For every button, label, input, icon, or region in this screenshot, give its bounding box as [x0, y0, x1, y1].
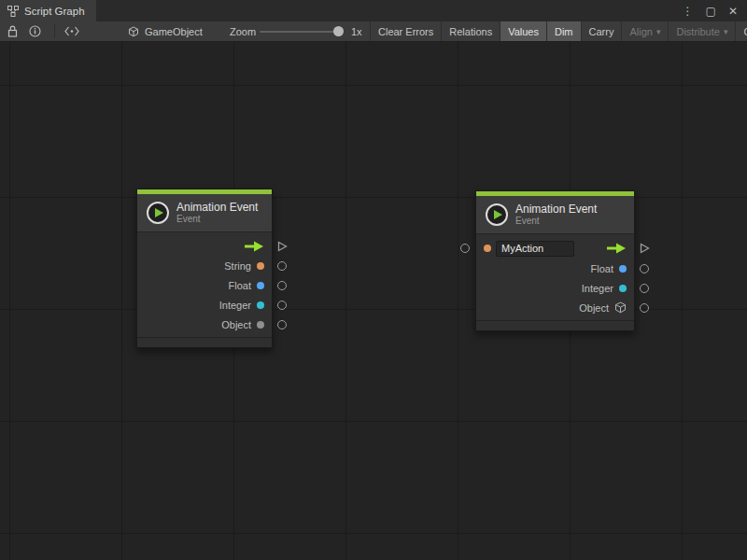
- node-body: String Float Integer Object: [137, 232, 272, 337]
- node-animation-event-2[interactable]: Animation Event Event: [475, 190, 635, 331]
- string-type-dot: [257, 262, 264, 270]
- node-footer: [137, 337, 272, 347]
- object-output-port[interactable]: [640, 303, 649, 313]
- info-icon[interactable]: [26, 21, 43, 41]
- values-button[interactable]: Values: [500, 21, 546, 41]
- tab-title: Script Graph: [24, 6, 85, 17]
- menu-icon[interactable]: ⋮: [683, 6, 694, 17]
- output-label: Object: [221, 319, 251, 330]
- node-header[interactable]: Animation Event Event: [137, 194, 272, 232]
- float-type-dot: [619, 265, 627, 273]
- flow-output-row: [137, 236, 272, 256]
- node-title: Animation Event: [515, 203, 597, 216]
- gameobject-icon: [127, 21, 140, 41]
- chevron-down-icon: ▾: [656, 27, 661, 36]
- toolbar-separator: [54, 24, 55, 38]
- graph-toolbar: GameObject Zoom 1x Clear Errors Relation…: [0, 21, 747, 42]
- zoom-slider[interactable]: [260, 31, 344, 33]
- node-body: Float Integer Object: [476, 234, 634, 320]
- lock-icon[interactable]: [4, 21, 21, 41]
- zoom-slider-handle[interactable]: [333, 26, 344, 36]
- output-row-float: Float: [137, 275, 272, 295]
- event-play-icon: [486, 203, 508, 226]
- close-icon[interactable]: ✕: [728, 6, 738, 17]
- output-label: Integer: [219, 300, 251, 311]
- object-type-dot: [257, 321, 264, 329]
- integer-output-port[interactable]: [640, 284, 649, 293]
- float-output-port[interactable]: [277, 281, 287, 290]
- float-type-dot: [257, 282, 264, 289]
- flow-arrow-icon: [606, 243, 627, 254]
- maximize-icon[interactable]: ▢: [706, 6, 716, 17]
- node-subtitle: Event: [176, 214, 258, 225]
- zoom-label: Zoom: [230, 26, 256, 37]
- zoom-value: 1x: [351, 26, 362, 37]
- integer-type-dot: [619, 285, 627, 292]
- name-input-port[interactable]: [460, 244, 470, 253]
- output-row-integer: Integer: [476, 278, 634, 298]
- tab-bar: Script Graph ⋮ ▢ ✕: [0, 0, 747, 21]
- node-header[interactable]: Animation Event Event: [476, 196, 634, 234]
- action-name-input[interactable]: [496, 241, 574, 257]
- output-label: Float: [591, 263, 613, 274]
- distribute-button[interactable]: Distribute▾: [668, 21, 735, 41]
- object-output-port[interactable]: [277, 320, 287, 329]
- integer-output-port[interactable]: [277, 301, 287, 310]
- graph-icon: [7, 6, 19, 17]
- integer-type-dot: [257, 301, 264, 309]
- node-animation-event-1[interactable]: Animation Event Event String: [136, 189, 273, 348]
- overview-button[interactable]: Overv: [735, 21, 747, 41]
- cube-icon: [614, 301, 627, 314]
- output-label: Object: [579, 302, 609, 314]
- flow-arrow-icon: [244, 241, 264, 252]
- float-output-port[interactable]: [640, 264, 649, 273]
- output-label: String: [224, 260, 251, 272]
- chevron-down-icon: ▾: [724, 27, 728, 36]
- node-footer: [476, 320, 634, 330]
- tab-script-graph[interactable]: Script Graph: [0, 0, 96, 21]
- toolbar-buttons: Clear Errors Relations Values Dim Carry …: [370, 21, 747, 41]
- code-icon[interactable]: [63, 21, 80, 41]
- output-row-integer: Integer: [137, 295, 272, 315]
- output-label: Integer: [582, 283, 613, 294]
- align-button[interactable]: Align▾: [621, 21, 668, 41]
- node-title: Animation Event: [176, 201, 258, 214]
- relations-button[interactable]: Relations: [441, 21, 500, 41]
- carry-button[interactable]: Carry: [581, 21, 622, 41]
- graph-canvas[interactable]: Animation Event Event String: [0, 42, 747, 560]
- string-type-dot: [484, 245, 491, 252]
- dim-button[interactable]: Dim: [546, 21, 581, 41]
- gameobject-label[interactable]: GameObject: [145, 26, 203, 37]
- output-label: Float: [229, 280, 251, 291]
- window-controls: ⋮ ▢ ✕: [683, 0, 747, 21]
- flow-output-port[interactable]: [277, 241, 288, 252]
- clear-errors-button[interactable]: Clear Errors: [370, 21, 441, 41]
- output-row-float: Float: [476, 259, 634, 278]
- output-row-object: Object: [137, 315, 272, 334]
- output-row-object: Object: [476, 298, 634, 317]
- name-input-row: [476, 238, 634, 259]
- node-subtitle: Event: [515, 216, 597, 227]
- output-row-string: String: [137, 256, 272, 275]
- event-play-icon: [147, 202, 169, 224]
- string-output-port[interactable]: [277, 261, 287, 271]
- script-graph-window: Script Graph ⋮ ▢ ✕: [0, 0, 747, 560]
- flow-output-port[interactable]: [640, 243, 650, 254]
